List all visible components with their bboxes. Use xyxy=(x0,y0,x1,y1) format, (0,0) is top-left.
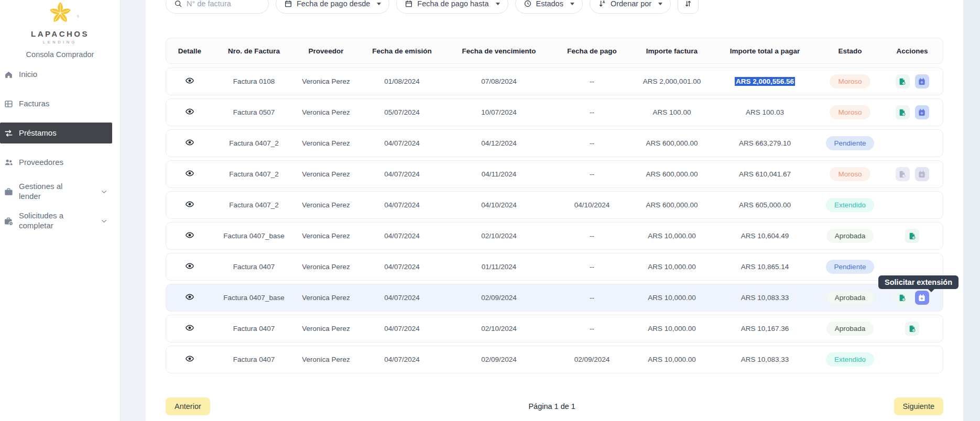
provider-name: Veronica Perez xyxy=(295,108,357,116)
payment-date: -- xyxy=(551,263,633,271)
total-amount-value: ARS 100.03 xyxy=(746,108,784,116)
clock-icon xyxy=(524,0,532,8)
table-header: DetalleNro. de FacturaProveedorFecha de … xyxy=(166,38,943,64)
invoice-amount: ARS 10,000.00 xyxy=(633,325,711,333)
eye-icon xyxy=(185,76,194,85)
view-detail-button[interactable] xyxy=(185,323,194,333)
filter-estados[interactable]: Estados xyxy=(515,0,583,14)
column-header: Fecha de emisión xyxy=(357,47,447,55)
due-date: 01/11/2024 xyxy=(447,263,551,271)
provider-name: Veronica Perez xyxy=(295,139,357,147)
total-amount: ARS 10,167.36 xyxy=(711,325,819,333)
table-row: Factura 0407Veronica Perez04/07/202402/0… xyxy=(166,346,943,373)
selected-total-text: ARS 2,000,556.56 xyxy=(735,77,795,86)
sidebar-item-gestiones-al-lender[interactable]: Gestiones al lender xyxy=(0,181,112,202)
document-check-button[interactable] xyxy=(896,105,910,119)
invoice-search-input[interactable] xyxy=(187,0,260,8)
total-amount-value: ARS 663,279.10 xyxy=(739,139,791,147)
document-check-button[interactable] xyxy=(896,167,910,181)
invoice-amount: ARS 600,000.00 xyxy=(633,170,711,178)
eye-icon xyxy=(185,200,194,209)
view-detail-button[interactable] xyxy=(185,292,194,302)
request-extension-button[interactable] xyxy=(915,167,929,181)
request-extension-button[interactable] xyxy=(915,74,929,88)
provider-name: Veronica Perez xyxy=(295,77,357,85)
filter-label: Fecha de pago hasta xyxy=(417,0,488,8)
issue-date: 05/07/2024 xyxy=(357,108,447,116)
payment-date: 02/09/2024 xyxy=(551,356,633,363)
provider-name: Veronica Perez xyxy=(295,294,357,302)
sidebar-item-facturas[interactable]: Facturas xyxy=(0,93,112,114)
due-date: 04/12/2024 xyxy=(447,139,551,147)
total-amount: ARS 610,041.67 xyxy=(711,170,819,178)
caret-down-icon xyxy=(496,3,500,5)
total-amount-value: ARS 605,000.00 xyxy=(739,201,791,209)
view-detail-button[interactable] xyxy=(185,169,194,178)
search-icon xyxy=(174,0,182,8)
sort-arrows-icon xyxy=(684,0,692,8)
status-badge: Moroso xyxy=(830,105,870,119)
view-detail-button[interactable] xyxy=(185,230,194,240)
sidebar-item-prestamos[interactable]: Préstamos xyxy=(0,123,112,143)
sidebar-item-solicitudes-a-completar[interactable]: Solicitudes a completar xyxy=(0,210,112,231)
issue-date: 04/07/2024 xyxy=(357,170,447,178)
invoice-search-pill[interactable] xyxy=(166,0,269,14)
filter-label: Fecha de pago desde xyxy=(297,0,370,8)
sidebar-item-label: Gestiones al lender xyxy=(19,182,86,202)
briefcase-clock-icon xyxy=(3,216,14,226)
view-detail-button[interactable] xyxy=(185,76,194,85)
total-amount-value: ARS 10,083.33 xyxy=(741,356,789,363)
request-extension-button[interactable] xyxy=(915,291,929,305)
column-header: Detalle xyxy=(166,47,213,55)
invoice-amount: ARS 600,000.00 xyxy=(633,139,711,147)
table-row: Factura 0407Veronica Perez04/07/202402/1… xyxy=(166,315,943,342)
filter-fecha-de-pago-hasta[interactable]: Fecha de pago hasta xyxy=(396,0,508,14)
invoice-amount: ARS 10,000.00 xyxy=(633,294,711,302)
sidebar-item-proveedores[interactable]: Proveedores xyxy=(0,152,112,173)
invoice-number: Factura 0108 xyxy=(213,77,295,85)
payment-date: -- xyxy=(551,108,633,116)
view-detail-button[interactable] xyxy=(185,354,194,363)
scrollbar-track[interactable] xyxy=(963,0,980,421)
status-badge: Extendido xyxy=(826,198,874,212)
total-amount: ARS 10,083.33 xyxy=(711,294,819,302)
view-detail-button[interactable] xyxy=(185,261,194,271)
previous-page-button[interactable]: Anterior xyxy=(166,397,210,415)
status-badge: Moroso xyxy=(830,74,870,88)
issue-date: 04/07/2024 xyxy=(357,201,447,209)
provider-name: Veronica Perez xyxy=(295,325,357,333)
view-detail-button[interactable] xyxy=(185,107,194,116)
invoice-number: Factura 0407_2 xyxy=(213,170,295,178)
home-icon xyxy=(3,69,14,80)
filter-bar: Fecha de pago desdeFecha de pago hastaEs… xyxy=(166,0,943,14)
invoice-amount: ARS 10,000.00 xyxy=(633,232,711,240)
issue-date: 04/07/2024 xyxy=(357,356,447,363)
request-extension-button[interactable] xyxy=(915,105,929,119)
invoice-amount: ARS 100.00 xyxy=(633,108,711,116)
grid-icon xyxy=(3,98,14,109)
invoice-amount: ARS 2,000,001.00 xyxy=(633,77,711,85)
status-badge: Aprobada xyxy=(826,229,874,243)
next-page-button[interactable]: Siguiente xyxy=(894,397,943,415)
document-check-button[interactable] xyxy=(896,291,910,305)
column-header: Acciones xyxy=(881,47,943,55)
issue-date: 01/08/2024 xyxy=(357,77,447,85)
document-check-button[interactable] xyxy=(896,74,910,88)
view-detail-button[interactable] xyxy=(185,138,194,147)
sort-direction-toggle[interactable] xyxy=(678,0,699,14)
invoice-number: Factura 0407_2 xyxy=(213,139,295,147)
invoice-amount: ARS 600,000.00 xyxy=(633,201,711,209)
payment-date: -- xyxy=(551,232,633,240)
eye-icon xyxy=(185,261,194,271)
view-detail-button[interactable] xyxy=(185,200,194,209)
issue-date: 04/07/2024 xyxy=(357,139,447,147)
document-check-button[interactable] xyxy=(905,229,919,243)
filter-fecha-de-pago-desde[interactable]: Fecha de pago desde xyxy=(276,0,389,14)
payment-date: 04/10/2024 xyxy=(551,201,633,209)
actions-cell xyxy=(881,105,943,119)
sidebar-item-inicio[interactable]: Inicio xyxy=(0,64,112,85)
document-check-button[interactable] xyxy=(905,322,919,336)
due-date: 04/11/2024 xyxy=(447,170,551,178)
eye-icon xyxy=(185,292,194,302)
filter-ordenar-por[interactable]: AOrdenar por xyxy=(590,0,671,14)
